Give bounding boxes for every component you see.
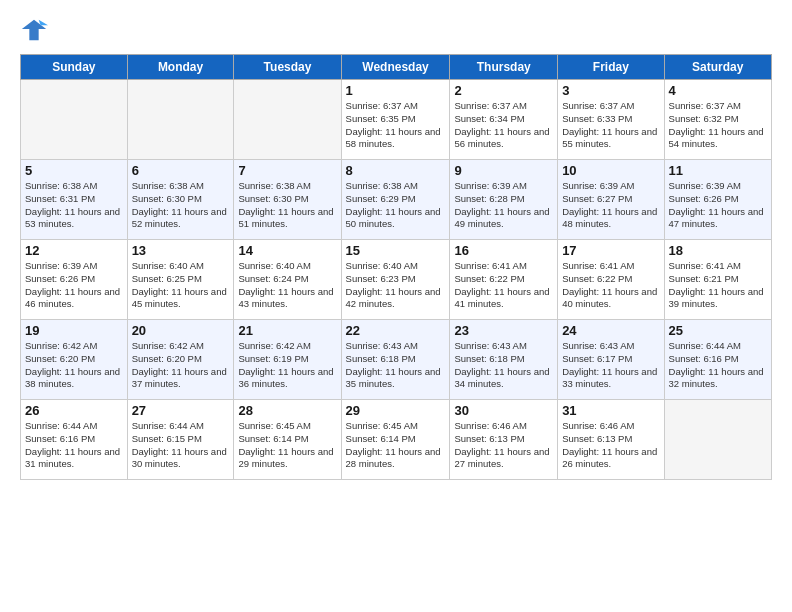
day-number: 20 (132, 323, 230, 338)
calendar-table: SundayMondayTuesdayWednesdayThursdayFrid… (20, 54, 772, 480)
day-number: 17 (562, 243, 659, 258)
day-info: Sunrise: 6:37 AM Sunset: 6:33 PM Dayligh… (562, 100, 659, 151)
calendar-week-row: 1Sunrise: 6:37 AM Sunset: 6:35 PM Daylig… (21, 80, 772, 160)
weekday-header-sunday: Sunday (21, 55, 128, 80)
calendar-day-cell: 3Sunrise: 6:37 AM Sunset: 6:33 PM Daylig… (558, 80, 664, 160)
day-number: 11 (669, 163, 767, 178)
day-number: 18 (669, 243, 767, 258)
calendar-day-cell: 18Sunrise: 6:41 AM Sunset: 6:21 PM Dayli… (664, 240, 771, 320)
day-info: Sunrise: 6:39 AM Sunset: 6:26 PM Dayligh… (25, 260, 123, 311)
calendar-day-cell (127, 80, 234, 160)
day-number: 3 (562, 83, 659, 98)
day-info: Sunrise: 6:39 AM Sunset: 6:26 PM Dayligh… (669, 180, 767, 231)
calendar-day-cell: 4Sunrise: 6:37 AM Sunset: 6:32 PM Daylig… (664, 80, 771, 160)
day-info: Sunrise: 6:42 AM Sunset: 6:19 PM Dayligh… (238, 340, 336, 391)
day-number: 31 (562, 403, 659, 418)
calendar-day-cell: 9Sunrise: 6:39 AM Sunset: 6:28 PM Daylig… (450, 160, 558, 240)
calendar-day-cell: 16Sunrise: 6:41 AM Sunset: 6:22 PM Dayli… (450, 240, 558, 320)
calendar-day-cell: 14Sunrise: 6:40 AM Sunset: 6:24 PM Dayli… (234, 240, 341, 320)
day-info: Sunrise: 6:38 AM Sunset: 6:30 PM Dayligh… (238, 180, 336, 231)
day-info: Sunrise: 6:42 AM Sunset: 6:20 PM Dayligh… (25, 340, 123, 391)
calendar-week-row: 12Sunrise: 6:39 AM Sunset: 6:26 PM Dayli… (21, 240, 772, 320)
day-number: 26 (25, 403, 123, 418)
day-info: Sunrise: 6:46 AM Sunset: 6:13 PM Dayligh… (562, 420, 659, 471)
day-info: Sunrise: 6:41 AM Sunset: 6:21 PM Dayligh… (669, 260, 767, 311)
day-info: Sunrise: 6:40 AM Sunset: 6:23 PM Dayligh… (346, 260, 446, 311)
calendar-day-cell: 17Sunrise: 6:41 AM Sunset: 6:22 PM Dayli… (558, 240, 664, 320)
calendar-day-cell (21, 80, 128, 160)
day-number: 9 (454, 163, 553, 178)
calendar-week-row: 26Sunrise: 6:44 AM Sunset: 6:16 PM Dayli… (21, 400, 772, 480)
day-info: Sunrise: 6:40 AM Sunset: 6:24 PM Dayligh… (238, 260, 336, 311)
calendar-day-cell: 31Sunrise: 6:46 AM Sunset: 6:13 PM Dayli… (558, 400, 664, 480)
day-info: Sunrise: 6:39 AM Sunset: 6:28 PM Dayligh… (454, 180, 553, 231)
day-info: Sunrise: 6:43 AM Sunset: 6:18 PM Dayligh… (454, 340, 553, 391)
day-info: Sunrise: 6:37 AM Sunset: 6:35 PM Dayligh… (346, 100, 446, 151)
day-info: Sunrise: 6:45 AM Sunset: 6:14 PM Dayligh… (346, 420, 446, 471)
day-info: Sunrise: 6:46 AM Sunset: 6:13 PM Dayligh… (454, 420, 553, 471)
day-number: 10 (562, 163, 659, 178)
day-info: Sunrise: 6:44 AM Sunset: 6:16 PM Dayligh… (669, 340, 767, 391)
day-info: Sunrise: 6:44 AM Sunset: 6:16 PM Dayligh… (25, 420, 123, 471)
header (20, 16, 772, 44)
weekday-header-friday: Friday (558, 55, 664, 80)
day-info: Sunrise: 6:39 AM Sunset: 6:27 PM Dayligh… (562, 180, 659, 231)
day-number: 6 (132, 163, 230, 178)
day-info: Sunrise: 6:42 AM Sunset: 6:20 PM Dayligh… (132, 340, 230, 391)
day-number: 13 (132, 243, 230, 258)
weekday-header-row: SundayMondayTuesdayWednesdayThursdayFrid… (21, 55, 772, 80)
calendar-day-cell: 30Sunrise: 6:46 AM Sunset: 6:13 PM Dayli… (450, 400, 558, 480)
day-info: Sunrise: 6:45 AM Sunset: 6:14 PM Dayligh… (238, 420, 336, 471)
calendar-day-cell: 22Sunrise: 6:43 AM Sunset: 6:18 PM Dayli… (341, 320, 450, 400)
calendar-day-cell: 24Sunrise: 6:43 AM Sunset: 6:17 PM Dayli… (558, 320, 664, 400)
day-number: 15 (346, 243, 446, 258)
day-info: Sunrise: 6:37 AM Sunset: 6:32 PM Dayligh… (669, 100, 767, 151)
day-info: Sunrise: 6:37 AM Sunset: 6:34 PM Dayligh… (454, 100, 553, 151)
day-info: Sunrise: 6:40 AM Sunset: 6:25 PM Dayligh… (132, 260, 230, 311)
day-number: 21 (238, 323, 336, 338)
calendar-day-cell: 21Sunrise: 6:42 AM Sunset: 6:19 PM Dayli… (234, 320, 341, 400)
day-number: 8 (346, 163, 446, 178)
calendar-week-row: 5Sunrise: 6:38 AM Sunset: 6:31 PM Daylig… (21, 160, 772, 240)
calendar-day-cell: 7Sunrise: 6:38 AM Sunset: 6:30 PM Daylig… (234, 160, 341, 240)
weekday-header-saturday: Saturday (664, 55, 771, 80)
calendar-day-cell: 15Sunrise: 6:40 AM Sunset: 6:23 PM Dayli… (341, 240, 450, 320)
day-info: Sunrise: 6:44 AM Sunset: 6:15 PM Dayligh… (132, 420, 230, 471)
calendar-day-cell: 5Sunrise: 6:38 AM Sunset: 6:31 PM Daylig… (21, 160, 128, 240)
day-info: Sunrise: 6:41 AM Sunset: 6:22 PM Dayligh… (562, 260, 659, 311)
day-number: 16 (454, 243, 553, 258)
calendar-day-cell: 11Sunrise: 6:39 AM Sunset: 6:26 PM Dayli… (664, 160, 771, 240)
day-number: 4 (669, 83, 767, 98)
weekday-header-wednesday: Wednesday (341, 55, 450, 80)
day-number: 2 (454, 83, 553, 98)
day-number: 25 (669, 323, 767, 338)
day-number: 7 (238, 163, 336, 178)
day-info: Sunrise: 6:43 AM Sunset: 6:17 PM Dayligh… (562, 340, 659, 391)
day-info: Sunrise: 6:43 AM Sunset: 6:18 PM Dayligh… (346, 340, 446, 391)
calendar-day-cell (234, 80, 341, 160)
day-number: 30 (454, 403, 553, 418)
day-number: 27 (132, 403, 230, 418)
day-number: 19 (25, 323, 123, 338)
day-number: 1 (346, 83, 446, 98)
calendar-day-cell: 6Sunrise: 6:38 AM Sunset: 6:30 PM Daylig… (127, 160, 234, 240)
day-info: Sunrise: 6:38 AM Sunset: 6:30 PM Dayligh… (132, 180, 230, 231)
calendar-week-row: 19Sunrise: 6:42 AM Sunset: 6:20 PM Dayli… (21, 320, 772, 400)
day-number: 29 (346, 403, 446, 418)
calendar-day-cell: 25Sunrise: 6:44 AM Sunset: 6:16 PM Dayli… (664, 320, 771, 400)
calendar-day-cell: 1Sunrise: 6:37 AM Sunset: 6:35 PM Daylig… (341, 80, 450, 160)
logo-bird-icon (20, 16, 48, 44)
calendar-day-cell: 10Sunrise: 6:39 AM Sunset: 6:27 PM Dayli… (558, 160, 664, 240)
day-number: 12 (25, 243, 123, 258)
day-number: 28 (238, 403, 336, 418)
calendar-day-cell: 23Sunrise: 6:43 AM Sunset: 6:18 PM Dayli… (450, 320, 558, 400)
calendar-day-cell: 26Sunrise: 6:44 AM Sunset: 6:16 PM Dayli… (21, 400, 128, 480)
calendar-day-cell (664, 400, 771, 480)
calendar-day-cell: 28Sunrise: 6:45 AM Sunset: 6:14 PM Dayli… (234, 400, 341, 480)
calendar-day-cell: 12Sunrise: 6:39 AM Sunset: 6:26 PM Dayli… (21, 240, 128, 320)
logo (20, 16, 52, 44)
calendar-day-cell: 29Sunrise: 6:45 AM Sunset: 6:14 PM Dayli… (341, 400, 450, 480)
day-info: Sunrise: 6:41 AM Sunset: 6:22 PM Dayligh… (454, 260, 553, 311)
weekday-header-tuesday: Tuesday (234, 55, 341, 80)
page: SundayMondayTuesdayWednesdayThursdayFrid… (0, 0, 792, 612)
